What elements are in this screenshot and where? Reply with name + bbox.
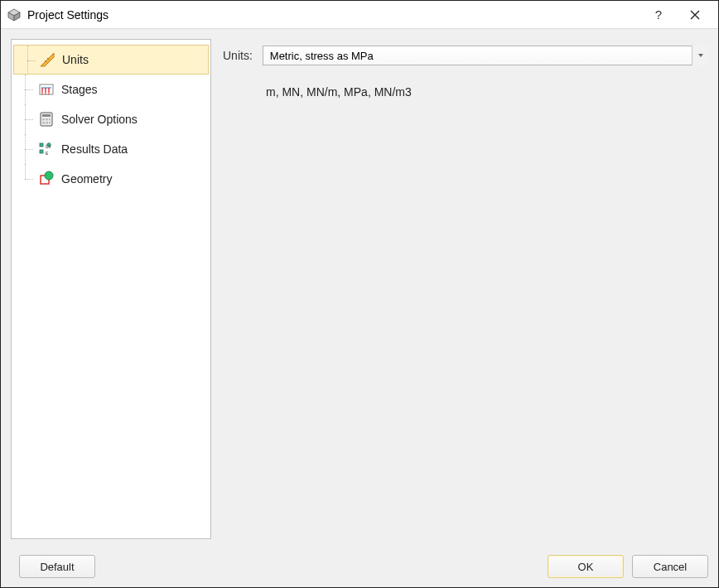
tree-item-label: Results Data	[61, 142, 128, 156]
tree-item-label: Solver Options	[61, 113, 138, 126]
svg-rect-18	[49, 118, 51, 121]
solver-icon	[38, 111, 55, 128]
dialog-title: Project Settings	[27, 8, 640, 22]
cancel-button[interactable]: Cancel	[632, 555, 708, 578]
tree-item-label: Geometry	[61, 172, 112, 186]
ruler-icon	[39, 51, 55, 68]
app-icon	[7, 8, 21, 22]
svg-marker-30	[698, 54, 703, 57]
tree-item-label: Units	[62, 53, 89, 66]
units-select[interactable]: Metric, stress as MPa	[263, 46, 708, 65]
svg-marker-3	[41, 53, 54, 66]
geometry-icon	[38, 171, 55, 187]
svg-rect-21	[49, 122, 51, 124]
svg-rect-23	[40, 150, 43, 153]
units-field-row: Units: Metric, stress as MPa	[223, 46, 708, 65]
svg-rect-19	[42, 122, 45, 124]
units-selected-value: Metric, stress as MPa	[270, 50, 374, 62]
svg-point-29	[45, 171, 53, 180]
results-icon: U x E	[38, 141, 55, 157]
tree-item-solver-options[interactable]: Solver Options	[12, 104, 210, 134]
tree-item-label: Stages	[61, 83, 98, 96]
tree-connector	[22, 164, 33, 194]
units-select-wrap: Metric, stress as MPa	[263, 46, 708, 65]
svg-text:E: E	[46, 151, 49, 156]
dialog-footer: Default OK Cancel	[1, 546, 718, 587]
settings-tree: Units Stages	[11, 39, 211, 539]
units-panel: Units: Metric, stress as MPa m, MN, MN/m…	[223, 39, 708, 539]
svg-rect-20	[46, 122, 48, 124]
close-button[interactable]	[677, 1, 713, 28]
svg-rect-17	[46, 118, 48, 121]
units-label: Units:	[223, 49, 253, 62]
tree-item-geometry[interactable]: Geometry	[12, 164, 210, 194]
tree-item-units[interactable]: Units	[13, 45, 209, 75]
tree-connector	[24, 46, 36, 74]
units-description: m, MN, MN/m, MPa, MN/m3	[266, 85, 708, 99]
project-settings-dialog: Project Settings ? Units	[0, 0, 719, 588]
tree-connector	[22, 134, 33, 164]
titlebar: Project Settings ?	[1, 1, 718, 29]
svg-rect-22	[40, 143, 43, 147]
help-button[interactable]: ?	[640, 1, 677, 28]
svg-rect-16	[42, 118, 45, 121]
tree-item-results-data[interactable]: U x E Results Data	[12, 134, 210, 164]
tree-item-stages[interactable]: Stages	[12, 75, 210, 104]
default-button[interactable]: Default	[19, 555, 95, 578]
svg-rect-15	[42, 114, 51, 117]
ok-button[interactable]: OK	[548, 555, 624, 578]
chevron-down-icon	[692, 46, 708, 65]
tree-connector	[22, 104, 33, 134]
stages-icon	[38, 81, 55, 98]
tree-connector	[22, 75, 33, 104]
dialog-body: Units Stages	[1, 29, 718, 546]
